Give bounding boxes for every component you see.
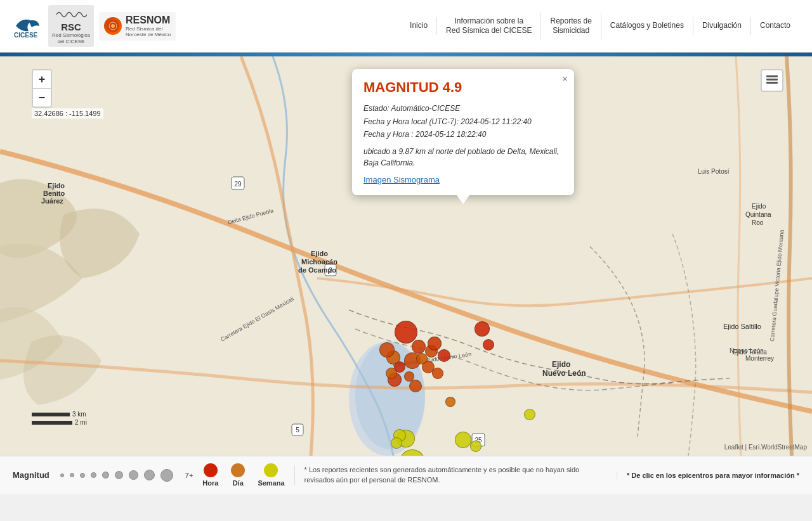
svg-point-3 xyxy=(111,24,115,28)
popup-fecha-utc: Fecha y Hora local (UTC-7): 2024-05-12 1… xyxy=(363,115,563,128)
svg-text:Nuevo León: Nuevo León xyxy=(542,369,586,378)
rsc-subtitle: Red Sismológica del CICESE xyxy=(52,32,90,44)
nav-contacto[interactable]: Contacto xyxy=(751,17,799,35)
scale-bar-mi xyxy=(32,421,72,425)
scale-mi-label: 2 mi xyxy=(75,419,87,426)
main-nav: Inicio Información sobre la Red Sísmica … xyxy=(401,13,799,40)
earthquake-dot[interactable] xyxy=(438,349,450,362)
resnom-icon xyxy=(104,17,122,35)
resnom-text: RESNOM Red Sísmica del Noroeste de Méxic… xyxy=(126,15,171,38)
earthquake-dot[interactable] xyxy=(483,339,494,351)
earthquake-dot[interactable] xyxy=(391,437,402,449)
semana-circle xyxy=(264,463,278,477)
scale-bar-km xyxy=(32,413,70,416)
magnitude-max-label: 7+ xyxy=(185,472,193,479)
zoom-in-button[interactable]: + xyxy=(33,70,51,88)
bottom-bar: Magnitud 7+ Hora Día Semana * Los report… xyxy=(0,456,812,494)
logo-area: CICESE RSC Red Sismológica del CICESE xyxy=(13,5,176,47)
cicese-logo: CICESE xyxy=(13,13,43,39)
svg-text:Nuevo León: Nuevo León xyxy=(730,347,764,354)
svg-text:Juárez: Juárez xyxy=(41,197,63,205)
time-hora-button[interactable]: Hora xyxy=(202,463,218,487)
svg-text:de Ocampo: de Ocampo xyxy=(298,266,336,274)
earthquake-dot[interactable] xyxy=(386,368,397,379)
zoom-controls: + − xyxy=(32,69,52,108)
earthquake-dot[interactable] xyxy=(445,397,455,407)
svg-rect-36 xyxy=(766,82,778,84)
svg-text:Ejido: Ejido xyxy=(552,360,570,369)
nav-reportes[interactable]: Reportes de Sismicidad xyxy=(541,13,601,40)
earthquake-dot[interactable] xyxy=(475,321,490,337)
svg-rect-38 xyxy=(766,75,778,77)
svg-text:Ejido: Ejido xyxy=(311,250,328,257)
mag-scale-dot xyxy=(91,472,96,478)
layer-button[interactable] xyxy=(761,69,783,92)
time-semana-button[interactable]: Semana xyxy=(258,463,284,487)
earthquake-dot[interactable] xyxy=(455,432,471,448)
earthquake-dot[interactable] xyxy=(395,321,417,344)
nav-divulgacion[interactable]: Divulgación xyxy=(693,17,751,35)
earthquake-dot[interactable] xyxy=(412,340,426,354)
nav-catalogos[interactable]: Catálogos y Boletines xyxy=(601,17,693,35)
mag-scale-dot xyxy=(160,469,173,482)
earthquake-dot[interactable] xyxy=(416,353,428,364)
dia-label: Día xyxy=(233,479,244,487)
popup-location: ubicado a 9.87 km al norte del poblado d… xyxy=(363,146,563,169)
time-dia-button[interactable]: Día xyxy=(231,463,245,487)
mag-scale-dot xyxy=(129,470,138,480)
bottom-note: * Los reportes recientes son generados a… xyxy=(294,465,607,485)
map-scale: 3 km 2 mi xyxy=(32,411,87,427)
svg-text:Roo: Roo xyxy=(752,219,764,226)
earthquake-dot[interactable] xyxy=(432,368,443,379)
earthquake-dot[interactable] xyxy=(379,342,395,357)
scale-km-label: 3 km xyxy=(72,411,86,418)
map-attribution: Leaflet | Esri.WorldStreetMap xyxy=(724,444,807,451)
popup-info: Estado: Automático-CICESE Fecha y Hora l… xyxy=(363,102,563,141)
popup-estado: Estado: Automático-CICESE xyxy=(363,102,563,115)
resnom-logo: RESNOM Red Sísmica del Noroeste de Méxic… xyxy=(99,12,176,41)
mag-scale-dot xyxy=(102,472,109,479)
rsc-title: RSC xyxy=(61,22,81,32)
rsc-wave-icon xyxy=(55,8,87,22)
svg-text:Ejido: Ejido xyxy=(752,203,766,210)
earthquake-dot[interactable] xyxy=(409,380,422,392)
map-container[interactable]: 29 2 5 25 Ejido Benito Juárez Ejido Mich… xyxy=(0,56,812,456)
nav-red-sismica[interactable]: Información sobre la Red Sísmica del CIC… xyxy=(437,13,541,40)
magnitude-scale-dots xyxy=(59,469,174,482)
mag-scale-dot xyxy=(80,473,85,478)
svg-text:Ejido Saltillo: Ejido Saltillo xyxy=(723,323,761,330)
time-filter-buttons: Hora Día Semana xyxy=(202,463,284,487)
svg-text:29: 29 xyxy=(234,181,242,188)
bottom-note2: * De clic en los epicentros para mayor i… xyxy=(617,472,799,479)
svg-text:Luis Potosí: Luis Potosí xyxy=(698,168,730,175)
nav-inicio[interactable]: Inicio xyxy=(401,17,437,35)
popup-close-button[interactable]: × xyxy=(562,74,568,84)
popup-fecha-local: Fecha y Hora : 2024-05-12 18:22:40 xyxy=(363,128,563,141)
svg-text:Michoacán: Michoacán xyxy=(301,258,337,266)
earthquake-dot[interactable] xyxy=(428,337,442,351)
mag-scale-dot xyxy=(144,470,155,480)
svg-text:5: 5 xyxy=(296,427,299,434)
coordinates-display: 32.42686 : -115.1499 xyxy=(32,108,103,119)
earthquake-dot[interactable] xyxy=(524,409,535,420)
zoom-out-button[interactable]: − xyxy=(33,89,51,106)
dia-circle xyxy=(231,463,245,477)
layers-icon xyxy=(766,74,778,87)
svg-rect-37 xyxy=(766,79,778,80)
svg-text:Benito: Benito xyxy=(43,190,65,197)
popup-tail xyxy=(457,195,469,204)
mag-scale-dot xyxy=(60,473,64,477)
svg-text:Quintana: Quintana xyxy=(745,211,771,218)
magnitude-label: Magnitud xyxy=(13,470,49,480)
mag-scale-dot xyxy=(115,471,123,479)
earthquake-dot[interactable] xyxy=(470,441,481,452)
mag-scale-dot xyxy=(70,473,74,477)
popup-sismograma-link[interactable]: Imagen Sismograma xyxy=(363,175,440,184)
rsc-logo: RSC Red Sismológica del CICESE xyxy=(48,5,94,47)
hora-circle xyxy=(204,463,218,477)
earthquake-popup: × MAGNITUD 4.9 Estado: Automático-CICESE… xyxy=(352,69,574,195)
semana-label: Semana xyxy=(258,479,284,487)
svg-text:Ejido: Ejido xyxy=(48,182,65,190)
hora-label: Hora xyxy=(202,479,218,487)
svg-text:CICESE: CICESE xyxy=(14,32,38,39)
